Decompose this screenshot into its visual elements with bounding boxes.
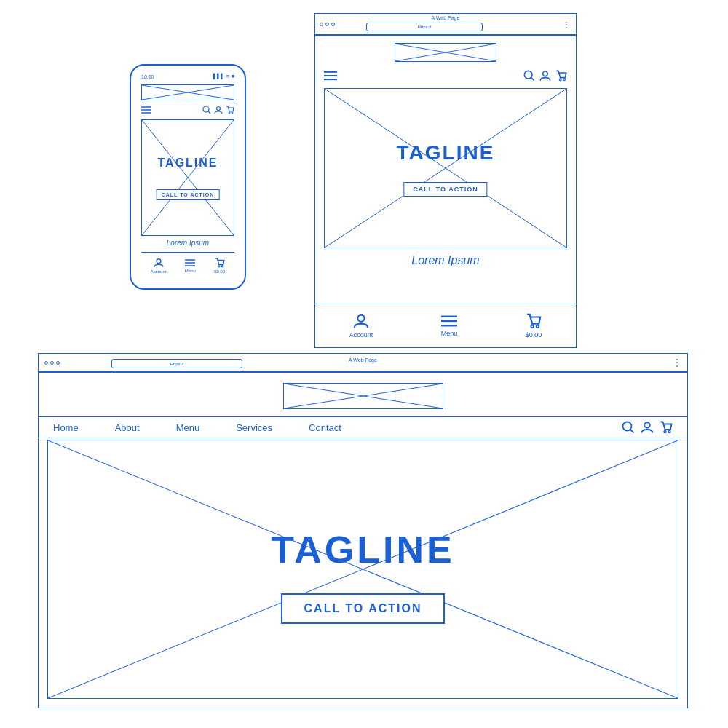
desktop-nav-services[interactable]: Services (236, 422, 272, 433)
desktop-cart-icon (660, 421, 673, 434)
desktop-nav-about[interactable]: About (115, 422, 140, 433)
svg-line-24 (531, 78, 534, 81)
tablet-menu-label: Menu (441, 330, 458, 337)
svg-point-42 (668, 431, 670, 433)
phone-lorem: Lorem Ipsum (130, 239, 246, 247)
phone-logo-bar (141, 84, 234, 100)
phone-nav-cart-label: $0.00 (214, 269, 225, 274)
desktop-cta[interactable]: CALL TO ACTION (281, 593, 446, 624)
desktop-back (44, 361, 48, 365)
tablet-tagline: TAGLINE (325, 141, 566, 165)
phone-hero: TAGLINE CALL TO ACTION (141, 119, 234, 236)
desktop-hero: TAGLINE CALL TO ACTION (47, 440, 678, 699)
desktop-url-bar[interactable]: Https:// (111, 359, 242, 368)
desktop-tagline: TAGLINE (48, 528, 678, 571)
hamburger-icon (141, 106, 151, 114)
desktop-more-icon: ⋮ (673, 357, 681, 368)
tablet-more-icon: ⋮ (563, 20, 570, 28)
svg-point-12 (157, 258, 161, 263)
tablet-browser-title: A Web Page (315, 14, 576, 23)
svg-line-39 (630, 430, 634, 433)
phone-nav-icons (202, 106, 234, 114)
desktop-nav-contact[interactable]: Contact (309, 422, 341, 433)
desktop-search-icon (622, 421, 635, 434)
tablet-logo (395, 43, 496, 62)
svg-point-40 (644, 422, 650, 428)
desktop-nav-home[interactable]: Home (53, 422, 79, 433)
svg-point-8 (229, 112, 230, 114)
svg-point-30 (357, 315, 364, 322)
tablet-cta[interactable]: CALL TO ACTION (403, 182, 487, 197)
tablet-nav (324, 66, 567, 85)
svg-point-38 (623, 422, 632, 431)
search-icon (202, 106, 211, 114)
desktop-logo (283, 383, 443, 409)
tablet-hero-placeholder (325, 89, 566, 248)
svg-point-17 (221, 265, 223, 266)
phone-nav-bar (141, 103, 234, 116)
tablet-url-bar[interactable]: Https:// (366, 23, 483, 31)
tablet-cart-bottom-icon (526, 313, 542, 329)
phone-signal: ▌▌▌ ≋ ■ (213, 74, 234, 79)
chrome-forward (325, 23, 329, 26)
desktop-frame: Home About Menu Services Contact (38, 372, 688, 708)
tablet-cart-label: $0.00 (526, 331, 542, 339)
desktop-chrome: A Web Page Https:// ⋮ (38, 353, 688, 372)
desktop-url: Https:// (170, 362, 183, 366)
desktop-refresh (56, 361, 60, 365)
svg-point-9 (232, 112, 233, 114)
phone-nav-menu: Menu (185, 258, 196, 273)
tablet-nav-icons (523, 70, 567, 82)
desktop-user-icon (641, 421, 654, 434)
tablet-menu-icon (441, 314, 457, 328)
tablet-nav-cart: $0.00 (526, 313, 542, 339)
desktop-logo-placeholder (284, 384, 443, 408)
tablet-nav-account: Account (349, 313, 373, 339)
phone-logo-placeholder (142, 85, 234, 100)
svg-point-26 (559, 79, 561, 81)
phone-bottom-nav: Account Menu $0.00 (141, 252, 234, 278)
menu-icon (185, 258, 195, 267)
tablet-hero: TAGLINE CALL TO ACTION (324, 88, 567, 248)
desktop-chrome-buttons (44, 361, 60, 365)
tablet-search-icon (523, 70, 535, 82)
phone-time: 10:20 (141, 74, 154, 79)
tablet-lorem: Lorem Ipsum (315, 254, 576, 267)
tablet-wireframe: A Web Page Https:// ⋮ (314, 13, 577, 348)
phone-nav-account: Account (151, 258, 167, 274)
cart-icon (226, 106, 234, 114)
svg-point-25 (543, 71, 548, 76)
svg-point-27 (563, 79, 566, 81)
desktop-forward (50, 361, 54, 365)
phone-nav-menu-label: Menu (185, 269, 196, 273)
desktop-wireframe: A Web Page Https:// ⋮ Home About Menu (38, 353, 688, 708)
phone-status-bar: 10:20 ▌▌▌ ≋ ■ (141, 71, 234, 82)
svg-point-23 (524, 71, 532, 79)
account-icon (154, 258, 164, 268)
tablet-url: Https:// (417, 25, 431, 29)
tablet-logo-placeholder (395, 44, 496, 61)
desktop-nav-menu[interactable]: Menu (176, 422, 200, 433)
svg-point-41 (664, 431, 666, 433)
tablet-bottom-nav: Account Menu $0.00 (315, 304, 576, 347)
svg-point-16 (218, 265, 219, 266)
tablet-user-icon (539, 70, 551, 82)
tablet-frame: TAGLINE CALL TO ACTION Lorem Ipsum Accou… (314, 35, 577, 348)
phone-tagline: TAGLINE (142, 157, 234, 170)
svg-point-5 (203, 106, 209, 112)
phone-hero-placeholder (142, 120, 234, 235)
desktop-nav: Home About Menu Services Contact (39, 416, 687, 438)
svg-point-35 (537, 325, 539, 328)
phone-cta[interactable]: CALL TO ACTION (157, 189, 220, 200)
mobile-wireframe: 10:20 ▌▌▌ ≋ ■ (130, 64, 246, 290)
tablet-chrome: A Web Page Https:// ⋮ (314, 13, 577, 35)
tablet-account-label: Account (349, 331, 373, 339)
tablet-chrome-buttons (320, 23, 335, 26)
chrome-refresh (331, 23, 335, 26)
svg-point-7 (217, 107, 221, 111)
tablet-nav-menu: Menu (441, 314, 458, 337)
user-icon (214, 106, 223, 114)
tablet-hamburger (324, 71, 337, 81)
svg-line-6 (208, 111, 210, 114)
tablet-account-icon (353, 313, 369, 329)
